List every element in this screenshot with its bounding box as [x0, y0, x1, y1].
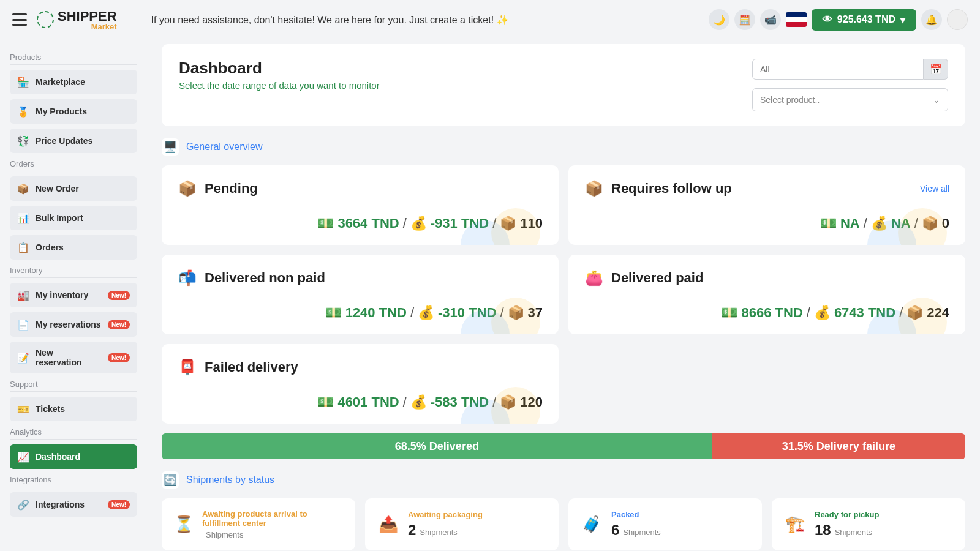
sidebar: Products🏪Marketplace🏅My Products💱Price U…: [0, 39, 147, 551]
status-title: Awaiting packaging: [408, 510, 483, 519]
status-label: Shipments: [206, 530, 243, 539]
status-title: Packed: [611, 510, 661, 519]
avatar[interactable]: [947, 9, 968, 30]
logo-icon: [37, 11, 54, 28]
status-card[interactable]: 📤 Awaiting packaging 2Shipments: [365, 498, 559, 550]
new-badge: New!: [108, 320, 130, 329]
sidebar-item-new-order[interactable]: 📦New Order: [10, 176, 137, 201]
balance-button[interactable]: 👁 925.643 TND ▾: [812, 9, 916, 31]
status-card[interactable]: ⏳ Awaiting products arrival to fulfillme…: [162, 498, 355, 550]
sidebar-item-integrations[interactable]: 🔗IntegrationsNew!: [10, 492, 137, 517]
sidebar-item-icon: 📋: [17, 241, 29, 253]
money-icon: 💵: [325, 305, 342, 321]
date-filter-input[interactable]: [752, 59, 924, 80]
sidebar-item-label: Integrations: [36, 500, 85, 509]
sidebar-item-icon: 📝: [17, 351, 29, 364]
chevron-down-icon: ⌄: [933, 95, 940, 105]
overview-card-failed-delivery[interactable]: 📮 Failed delivery 💵4601 TND / 💰-583 TND …: [162, 344, 559, 424]
sidebar-item-my-reservations[interactable]: 📄My reservationsNew!: [10, 312, 137, 337]
overview-card-delivered-non-paid[interactable]: 📬 Delivered non paid 💵1240 TND / 💰-310 T…: [162, 255, 559, 334]
money-icon: 💵: [820, 216, 837, 231]
logo[interactable]: SHIPPER Market: [37, 9, 117, 31]
sidebar-item-label: Price Updates: [36, 136, 92, 146]
overview-card-delivered-paid[interactable]: 👛 Delivered paid 💵8666 TND / 💰6743 TND /…: [568, 255, 965, 334]
sidebar-item-orders[interactable]: 📋Orders: [10, 235, 137, 260]
status-icon: 🏗️: [784, 514, 806, 536]
sidebar-group-label: Inventory: [10, 266, 137, 278]
sidebar-item-tickets[interactable]: 🎫Tickets: [10, 397, 137, 421]
sidebar-group-label: Products: [10, 53, 137, 65]
sidebar-item-icon: 🏭: [17, 289, 29, 301]
overview-card-requires-follow-up[interactable]: 📦 Requires follow up View all 💵NA / 💰NA …: [568, 165, 965, 245]
sidebar-item-dashboard[interactable]: 📈Dashboard: [10, 444, 137, 469]
assist-banner: If you need assistance, don't hesitate! …: [151, 14, 699, 26]
logo-text: SHIPPER: [58, 9, 117, 24]
sidebar-item-my-inventory[interactable]: 🏭My inventoryNew!: [10, 283, 137, 307]
sidebar-item-icon: 📊: [17, 212, 29, 224]
status-icon: 📤: [377, 514, 399, 536]
status-card[interactable]: 🧳 Packed 6Shipments: [568, 498, 762, 550]
sidebar-item-bulk-import[interactable]: 📊Bulk Import: [10, 206, 137, 230]
calculator-icon[interactable]: 🧮: [734, 9, 755, 30]
delivery-progress: 68.5% Delivered 31.5% Delivery failure: [162, 433, 965, 459]
sidebar-item-my-products[interactable]: 🏅My Products: [10, 99, 137, 124]
sidebar-item-icon: 🔗: [17, 498, 29, 511]
balance-amount: 925.643 TND: [837, 14, 895, 25]
shipments-title: Shipments by status: [186, 474, 274, 485]
status-count: 18: [815, 522, 831, 539]
sidebar-item-icon: 🏪: [17, 76, 29, 88]
sidebar-item-icon: 💱: [17, 135, 29, 147]
bell-icon[interactable]: 🔔: [921, 9, 942, 30]
status-card[interactable]: 🏗️ Ready for pickup 18Shipments: [772, 498, 965, 550]
sidebar-item-icon: 🏅: [17, 105, 29, 118]
sidebar-item-label: Dashboard: [36, 452, 80, 462]
calendar-icon[interactable]: 📅: [924, 59, 948, 80]
product-select-label: Select product..: [760, 95, 820, 105]
overview-card-pending[interactable]: 📦 Pending 💵3664 TND / 💰-931 TND / 📦110: [162, 165, 559, 245]
stat-gross: 3664 TND: [337, 216, 399, 231]
overview-icon: 🖥️: [162, 138, 179, 156]
new-badge: New!: [108, 353, 130, 362]
video-icon[interactable]: 📹: [760, 9, 781, 30]
status-count: 6: [611, 522, 619, 539]
status-label: Shipments: [623, 528, 660, 537]
menu-toggle[interactable]: [12, 13, 27, 26]
sidebar-item-label: New Order: [36, 184, 79, 193]
money-icon: 💵: [721, 305, 737, 321]
bag-icon: 💰: [410, 394, 427, 410]
status-title: Ready for pickup: [815, 510, 879, 519]
card-title: Pending: [205, 181, 258, 197]
status-label: Shipments: [420, 528, 457, 537]
language-flag[interactable]: [786, 12, 807, 27]
view-all-link[interactable]: View all: [920, 184, 949, 193]
sidebar-group-label: Support: [10, 380, 137, 392]
product-select[interactable]: Select product.. ⌄: [752, 88, 948, 111]
dark-mode-icon[interactable]: 🌙: [709, 9, 729, 30]
sidebar-item-label: Orders: [36, 242, 64, 252]
new-badge: New!: [108, 291, 130, 300]
card-title: Requires follow up: [611, 181, 732, 197]
card-title: Delivered paid: [611, 270, 703, 286]
sidebar-item-new-reservation[interactable]: 📝New reservationNew!: [10, 342, 137, 373]
delivered-segment: 68.5% Delivered: [162, 433, 712, 459]
chevron-down-icon: ▾: [900, 14, 905, 26]
sidebar-item-icon: 📦: [17, 182, 29, 195]
sidebar-item-price-updates[interactable]: 💱Price Updates: [10, 129, 137, 153]
status-count: 2: [408, 522, 416, 539]
status-icon: ⏳: [174, 514, 194, 536]
card-title: Failed delivery: [205, 359, 298, 375]
sidebar-item-marketplace[interactable]: 🏪Marketplace: [10, 70, 137, 94]
page-title: Dashboard: [179, 59, 380, 78]
card-icon: 📦: [178, 179, 197, 198]
card-icon: 📬: [178, 268, 197, 288]
status-icon: 🧳: [581, 514, 603, 536]
card-icon: 👛: [584, 268, 604, 288]
card-icon: 📦: [584, 179, 604, 198]
sidebar-item-icon: 📈: [17, 451, 29, 463]
bag-icon: 💰: [410, 216, 427, 231]
sidebar-item-icon: 📄: [17, 318, 29, 331]
new-badge: New!: [108, 500, 130, 509]
failure-segment: 31.5% Delivery failure: [712, 433, 965, 459]
stat-gross: 4601 TND: [337, 394, 399, 410]
sidebar-group-label: Analytics: [10, 427, 137, 440]
